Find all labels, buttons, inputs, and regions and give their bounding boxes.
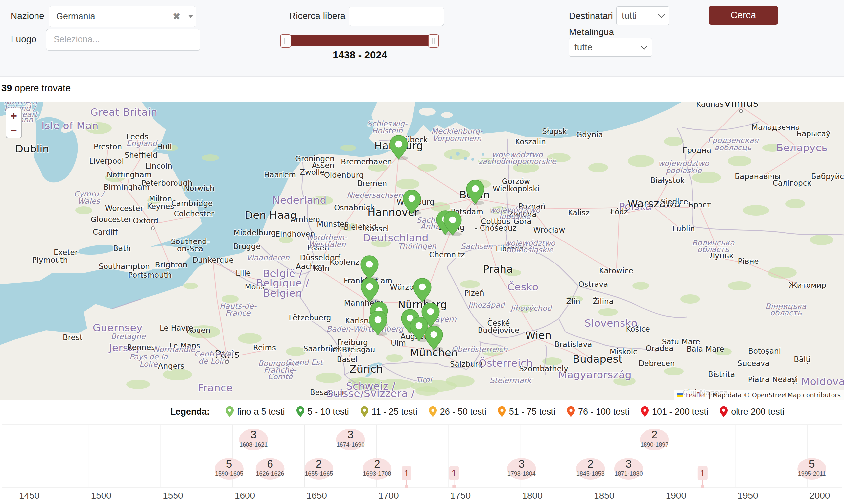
timeline-bubble[interactable]: 51590-1605 — [215, 458, 244, 480]
map-label: Great Britain — [90, 106, 158, 118]
timeline-axis-label: 1700 — [378, 490, 399, 501]
map-label: Budějovice — [478, 326, 519, 335]
timeline-bubble[interactable]: 21655-1665 — [304, 458, 333, 480]
svg-text:1693-1708: 1693-1708 — [363, 470, 391, 477]
map-label: Baden-Württemberg — [326, 325, 403, 333]
timeline-single[interactable]: 1 — [449, 466, 459, 488]
cerca-button[interactable]: Cerca — [708, 6, 778, 25]
map-label: zachodniopomorskie — [478, 157, 557, 166]
map-label: Nottingham — [107, 170, 151, 179]
map-label: Oldenburg — [324, 171, 364, 179]
chevron-down-icon[interactable] — [185, 15, 196, 18]
chevron-down-icon — [658, 11, 665, 18]
legend-pin-icon — [296, 406, 305, 417]
timeline-axis-label: 2000 — [809, 490, 830, 501]
slider-handle-max[interactable] — [428, 35, 439, 48]
map-label: France — [226, 309, 251, 318]
timeline-bubble[interactable]: 61626-1626 — [256, 458, 285, 480]
timeline-bubble[interactable]: 31608-1621 — [239, 428, 268, 450]
svg-text:1: 1 — [404, 469, 409, 479]
map-label: Jihovýchod — [510, 304, 553, 312]
map-label: Köln — [313, 264, 330, 273]
svg-text:3: 3 — [347, 428, 353, 440]
timeline-bubble[interactable]: 31674-1690 — [336, 428, 365, 450]
map-label: Rennes — [127, 343, 155, 352]
map-label: Bistrița — [708, 370, 735, 379]
map-label: Middelburg — [234, 228, 276, 237]
map[interactable]: NorthernIreland /aisceartireannDublinIsl… — [0, 102, 844, 400]
svg-text:1674-1690: 1674-1690 — [336, 441, 364, 448]
map-label: Loire — [139, 360, 158, 368]
map-label: Chemnitz — [429, 250, 465, 259]
timeline-bubble[interactable]: 21845-1853 — [576, 458, 605, 480]
page: Nazione Germania ✖ Luogo Seleziona... Ri… — [0, 0, 844, 504]
timeline-axis-label: 1900 — [666, 490, 686, 501]
map-label: Preston — [94, 142, 122, 151]
leaflet-link[interactable]: Leaflet — [685, 391, 707, 398]
map-label: Suisse/Svizzera / — [327, 388, 415, 399]
timeline-bubble[interactable]: 21890-1897 — [640, 428, 669, 450]
ricerca-libera-input[interactable] — [349, 6, 444, 26]
map-label: Луцьк — [709, 251, 734, 260]
legend-item-5: 76 - 100 testi — [567, 406, 629, 417]
map-label: Bremen — [357, 179, 387, 187]
nazione-value: Germania — [49, 12, 168, 22]
timeline-axis-label: 1500 — [91, 490, 111, 501]
map-label: Worcester — [105, 204, 143, 213]
nazione-combobox[interactable]: Germania ✖ — [49, 6, 196, 27]
timeline-bubble[interactable]: 51995-2011 — [797, 458, 826, 480]
slider-handle-min[interactable] — [280, 35, 291, 48]
timeline-bubble[interactable]: 21693-1708 — [362, 458, 392, 480]
legend-item-4: 51 - 75 testi — [498, 406, 555, 417]
map-label: Białystok — [650, 176, 685, 185]
legend-item-label: 11 - 25 testi — [372, 407, 417, 417]
legend-item-label: 5 - 10 testi — [308, 407, 349, 417]
map-label: Kalisz — [568, 208, 590, 217]
legend-pin-icon — [360, 406, 369, 417]
year-range-slider[interactable] — [280, 35, 439, 48]
metalingua-select[interactable]: tutte — [569, 38, 652, 56]
luogo-placeholder: Seleziona... — [46, 29, 200, 50]
timeline-bubble[interactable]: 31871-1880 — [614, 458, 643, 480]
legend-pin-icon — [567, 406, 575, 417]
ukraine-flag-icon — [677, 393, 683, 397]
destinatari-select[interactable]: tutti — [616, 6, 669, 25]
timeline-bubble[interactable]: 31798-1804 — [507, 458, 536, 480]
svg-text:1798-1804: 1798-1804 — [507, 470, 536, 477]
svg-text:1608-1621: 1608-1621 — [239, 441, 268, 448]
luogo-input[interactable]: Seleziona... — [46, 29, 200, 51]
map-label: Norwich — [184, 184, 214, 193]
map-label: Рівне — [738, 257, 758, 266]
destinatari-label: Destinatari — [569, 11, 613, 21]
map-label: Niedersachsen — [347, 191, 403, 199]
legend-pin-icon — [719, 406, 728, 417]
nazione-label: Nazione — [11, 11, 44, 21]
timeline-single[interactable]: 1 — [402, 466, 412, 488]
zoom-in-button[interactable]: + — [6, 108, 21, 123]
svg-text:1: 1 — [452, 469, 456, 479]
map-label: Oradea — [646, 344, 674, 353]
timeline-single[interactable]: 1 — [698, 466, 707, 488]
year-range-label: 1438 - 2024 — [316, 49, 404, 61]
map-label: on-Sea — [177, 245, 203, 253]
clear-icon[interactable]: ✖ — [168, 11, 185, 22]
map-label: Siedlce — [661, 197, 688, 206]
timeline-canvas: 1450150015501600165017001750180018501900… — [0, 424, 844, 504]
map-label: Leeds — [126, 132, 148, 141]
legend: Legenda: fino a 5 testi 5 - 10 testi 11 … — [0, 400, 844, 423]
zoom-out-button[interactable]: − — [6, 123, 21, 138]
slider-bar[interactable] — [280, 35, 439, 46]
map-label: Житомир — [789, 281, 826, 289]
map-label: Салігорск — [773, 179, 812, 187]
legend-item-3: 26 - 50 testi — [429, 406, 486, 417]
svg-text:3: 3 — [250, 428, 256, 440]
map-label: France — [198, 382, 233, 394]
map-label: lubuskie — [499, 212, 531, 221]
map-label: Brugge — [233, 242, 260, 251]
map-label: Southampton — [98, 262, 150, 271]
map-label: Szombathely — [519, 364, 568, 373]
map-label: Dublin — [15, 143, 49, 155]
map-label: Брэст — [688, 200, 711, 209]
timeline-axis-label: 1950 — [737, 490, 758, 501]
map-label: Wielkopolski — [493, 184, 540, 193]
